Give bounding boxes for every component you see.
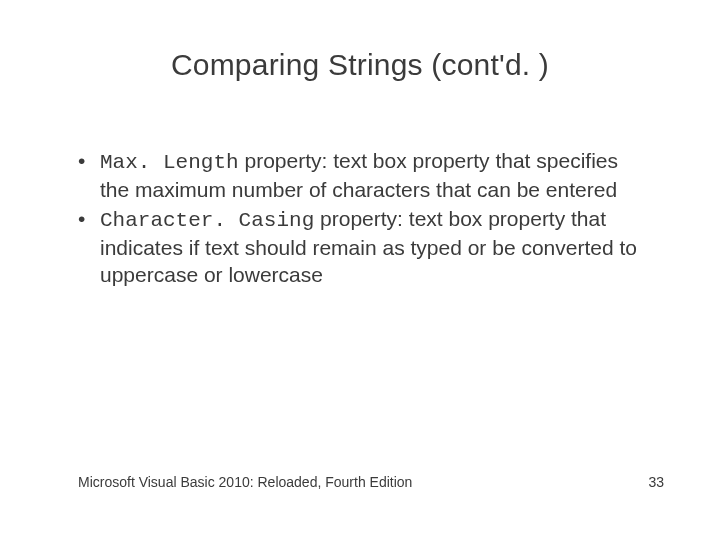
slide-title: Comparing Strings (cont'd. ) <box>0 48 720 82</box>
slide-body: Max. Length property: text box property … <box>78 148 648 290</box>
slide: Comparing Strings (cont'd. ) Max. Length… <box>0 0 720 540</box>
bullet-item: Max. Length property: text box property … <box>78 148 648 204</box>
bullet-list: Max. Length property: text box property … <box>78 148 648 288</box>
bullet-code: Max. Length <box>100 151 239 174</box>
bullet-item: Character. Casing property: text box pro… <box>78 206 648 289</box>
footer-source: Microsoft Visual Basic 2010: Reloaded, F… <box>78 474 412 490</box>
bullet-code: Character. Casing <box>100 209 314 232</box>
page-number: 33 <box>648 474 664 490</box>
